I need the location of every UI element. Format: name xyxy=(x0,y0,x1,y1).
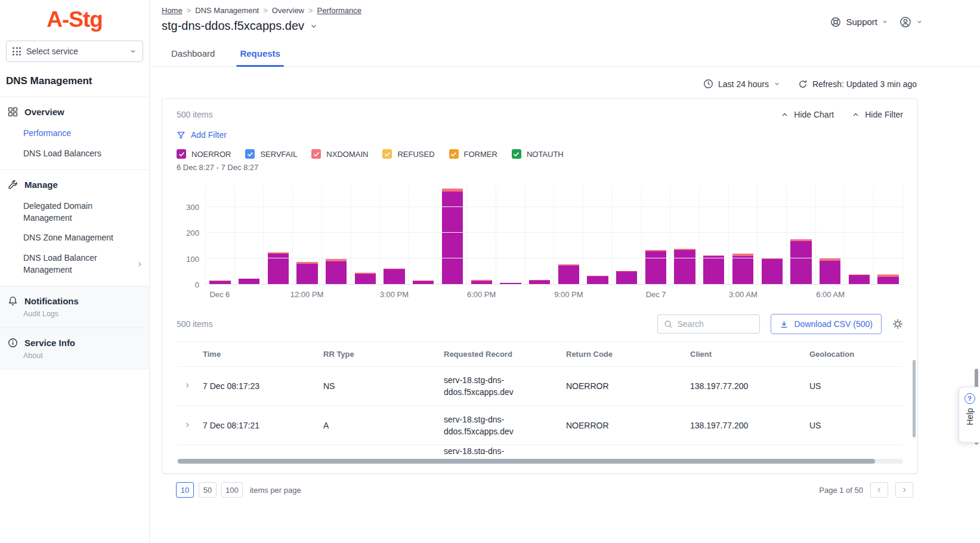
tab-dashboard[interactable]: Dashboard xyxy=(162,42,224,66)
checkbox-servfail[interactable] xyxy=(245,149,255,159)
support-label: Support xyxy=(846,17,877,27)
filter-label: NOTAUTH xyxy=(527,150,564,159)
cell-geolocation: US xyxy=(809,414,903,437)
cell-requested-record: serv-18.stg-dns-ddos.f5xcapps.dev xyxy=(444,367,566,406)
sidebar-item-performance[interactable]: Performance xyxy=(0,124,149,144)
tab-requests[interactable]: Requests xyxy=(230,42,290,66)
horizontal-scrollbar-thumb[interactable] xyxy=(178,459,875,464)
bar-segment-noerror xyxy=(326,261,347,284)
row-expand-button[interactable] xyxy=(177,414,203,437)
chart-bar-slot xyxy=(292,186,321,284)
user-avatar-icon xyxy=(899,16,912,29)
column-header-return-code[interactable]: Return Code xyxy=(566,342,690,366)
filter-notauth[interactable]: NOTAUTH xyxy=(512,149,564,159)
breadcrumb-item-overview: Overview xyxy=(272,6,304,15)
column-header-rr-type[interactable]: RR Type xyxy=(323,342,444,366)
main-content: Home>DNS Management>Overview>Performance… xyxy=(150,0,980,543)
table-body: 7 Dec 08:17:23NSserv-18.stg-dns-ddos.f5x… xyxy=(177,367,903,454)
bar-segment-noerror xyxy=(413,281,434,284)
checkbox-notauth[interactable] xyxy=(512,149,521,159)
download-csv-button[interactable]: Download CSV (500) xyxy=(771,314,882,334)
column-header-client[interactable]: Client xyxy=(690,342,809,366)
checkbox-former[interactable] xyxy=(449,149,459,159)
help-tab[interactable]: ? Help xyxy=(959,387,980,443)
x-axis-label: Dec 7 xyxy=(646,290,666,299)
download-icon xyxy=(780,320,789,329)
cell-rr-type: NS xyxy=(323,374,444,398)
account-menu[interactable] xyxy=(899,16,923,29)
service-selector[interactable]: Select service xyxy=(6,41,143,62)
sidebar-item-delegated-domain-management[interactable]: Delegated Domain Management xyxy=(0,196,149,228)
row-expand-button[interactable] xyxy=(177,374,203,398)
refresh-icon xyxy=(798,79,808,89)
column-header-geolocation[interactable]: Geolocation xyxy=(809,342,903,366)
search-input[interactable] xyxy=(677,319,753,329)
bar-segment-noerror xyxy=(703,256,724,284)
filter-former[interactable]: FORMER xyxy=(449,149,497,159)
search-box xyxy=(657,314,760,334)
sidebar-item-dns-zone-management[interactable]: DNS Zone Management xyxy=(0,228,149,248)
time-range-picker[interactable]: Last 24 hours xyxy=(703,79,780,89)
bar-segment-noerror xyxy=(558,266,579,284)
hide-chart-label: Hide Chart xyxy=(794,110,834,119)
filter-servfail[interactable]: SERVFAIL xyxy=(245,149,297,159)
items-per-page-label: items per page xyxy=(250,486,301,495)
add-filter-button[interactable]: Add Filter xyxy=(177,130,227,140)
bar-segment-noerror xyxy=(442,192,463,284)
table-vertical-scrollbar[interactable] xyxy=(913,360,916,437)
chevron-down-icon[interactable] xyxy=(310,22,318,30)
page-size-10[interactable]: 10 xyxy=(176,482,194,498)
support-icon xyxy=(830,16,842,28)
sidebar-section-label: Service Info xyxy=(24,338,75,348)
filter-noerror[interactable]: NOERROR xyxy=(177,149,231,159)
sidebar-section-header-manage[interactable]: Manage xyxy=(0,173,149,196)
time-range-label: Last 24 hours xyxy=(718,79,769,89)
cell-requested-record: serv-18.stg-dns-ddos.f5xcapps.dev xyxy=(444,406,566,445)
cell-rr-type: A xyxy=(323,414,444,437)
breadcrumb-separator: > xyxy=(263,6,268,15)
y-axis-label: 200 xyxy=(186,229,199,237)
breadcrumb-item-home[interactable]: Home xyxy=(162,6,183,15)
column-header-requested-record[interactable]: Requested Record xyxy=(444,342,566,366)
checkbox-refused[interactable] xyxy=(382,149,392,159)
sidebar-section-label: Overview xyxy=(24,107,64,117)
sidebar-item-about[interactable]: About xyxy=(0,351,149,366)
brand-logo[interactable]: A-Stg xyxy=(0,0,149,38)
sidebar-item-dns-load-balancers[interactable]: DNS Load Balancers xyxy=(0,144,149,164)
chevron-right-icon xyxy=(184,421,191,428)
column-header-time[interactable]: Time xyxy=(203,342,323,366)
refresh-button[interactable]: Refresh: Updated 3 min ago xyxy=(798,79,917,89)
chart-bar-slot xyxy=(466,186,496,284)
bar-segment-noerror xyxy=(296,264,317,284)
page-size-100[interactable]: 100 xyxy=(221,482,243,498)
filter-nxdomain[interactable]: NXDOMAIN xyxy=(311,149,368,159)
checkbox-nxdomain[interactable] xyxy=(311,149,321,159)
previous-page-button[interactable] xyxy=(870,482,888,498)
bar-segment-noerror xyxy=(355,274,376,284)
filter-refused[interactable]: REFUSED xyxy=(382,149,434,159)
funnel-icon xyxy=(177,131,186,140)
chart-bar-slot xyxy=(728,186,758,284)
table-settings-button[interactable] xyxy=(892,319,903,329)
bar-segment-noerror xyxy=(877,277,898,284)
requests-panel: 500 items Hide Chart Hide Filter Add Fil… xyxy=(162,98,918,474)
checkbox-noerror[interactable] xyxy=(177,149,186,159)
chart-bar-slot xyxy=(379,186,409,284)
refresh-label: Refresh: Updated 3 min ago xyxy=(812,79,917,89)
next-page-button[interactable] xyxy=(895,482,913,498)
table-row: 7 Dec 08:17:23NSserv-18.stg-dns-ddos.f5x… xyxy=(177,367,903,406)
breadcrumb-item-performance[interactable]: Performance xyxy=(317,6,361,15)
page-size-50[interactable]: 50 xyxy=(199,482,217,498)
bar-segment-noerror xyxy=(239,279,259,284)
support-menu[interactable]: Support xyxy=(830,16,888,28)
sidebar-item-label: About xyxy=(23,351,43,360)
hide-filter-button[interactable]: Hide Filter xyxy=(852,110,903,119)
y-axis-label: 0 xyxy=(195,280,199,289)
sidebar-item-dns-load-balancer-management[interactable]: DNS Load Balancer Management xyxy=(0,248,149,280)
sidebar-item-label: Delegated Domain Management xyxy=(23,201,92,223)
sidebar-section-header-overview[interactable]: Overview xyxy=(0,100,149,124)
sidebar-item-audit-logs[interactable]: Audit Logs xyxy=(0,309,149,324)
filter-label: REFUSED xyxy=(397,150,434,159)
requests-bar-chart: 0100200300 Dec 612:00 PM3:00 PM6:00 PM9:… xyxy=(177,186,903,304)
hide-chart-button[interactable]: Hide Chart xyxy=(781,110,834,119)
